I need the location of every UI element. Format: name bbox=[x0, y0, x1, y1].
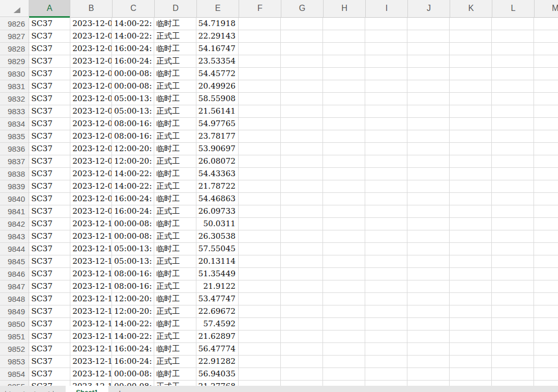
row-header[interactable]: 9850 bbox=[0, 318, 29, 330]
cell-D9838[interactable]: 临时工 bbox=[154, 168, 196, 180]
cell-empty[interactable] bbox=[534, 193, 558, 205]
cell-empty[interactable] bbox=[239, 218, 281, 230]
cell-empty[interactable] bbox=[534, 93, 558, 105]
cell-empty[interactable] bbox=[323, 230, 365, 243]
cell-empty[interactable] bbox=[534, 168, 558, 180]
cell-empty[interactable] bbox=[323, 80, 365, 93]
cell-empty[interactable] bbox=[534, 330, 558, 343]
cell-empty[interactable] bbox=[492, 130, 534, 143]
cell-empty[interactable] bbox=[407, 293, 450, 305]
cell-A9838[interactable]: SC37 bbox=[29, 168, 70, 180]
cell-D9846[interactable]: 临时工 bbox=[154, 268, 196, 280]
cell-empty[interactable] bbox=[365, 230, 407, 243]
cell-empty[interactable] bbox=[534, 43, 558, 55]
cell-empty[interactable] bbox=[365, 130, 407, 143]
cell-empty[interactable] bbox=[407, 243, 450, 255]
cell-C9828[interactable]: 16:00-24: bbox=[112, 43, 154, 55]
cell-E9842[interactable]: 50.0311 bbox=[196, 218, 239, 230]
cell-empty[interactable] bbox=[492, 305, 534, 318]
cell-empty[interactable] bbox=[281, 155, 323, 168]
cell-empty[interactable] bbox=[450, 343, 492, 356]
cell-E9848[interactable]: 53.47747 bbox=[196, 293, 239, 305]
cell-empty[interactable] bbox=[239, 130, 281, 143]
row-header[interactable]: 9839 bbox=[0, 180, 29, 193]
cell-empty[interactable] bbox=[534, 368, 558, 381]
cell-empty[interactable] bbox=[281, 80, 323, 93]
cell-empty[interactable] bbox=[365, 93, 407, 105]
cell-C9835[interactable]: 08:00-16: bbox=[112, 130, 154, 143]
row-header[interactable]: 9834 bbox=[0, 118, 29, 130]
cell-empty[interactable] bbox=[492, 193, 534, 205]
cell-B9827[interactable]: 2023-12-0 bbox=[70, 30, 112, 43]
cell-C9849[interactable]: 12:00-20: bbox=[112, 305, 154, 318]
cell-empty[interactable] bbox=[407, 43, 450, 55]
cell-empty[interactable] bbox=[450, 168, 492, 180]
column-header-M[interactable]: M bbox=[535, 0, 558, 18]
cell-empty[interactable] bbox=[365, 255, 407, 268]
cell-empty[interactable] bbox=[534, 68, 558, 80]
cell-empty[interactable] bbox=[407, 368, 450, 381]
row-header[interactable]: 9843 bbox=[0, 230, 29, 243]
column-header-C[interactable]: C bbox=[113, 0, 155, 18]
cell-A9848[interactable]: SC37 bbox=[29, 293, 70, 305]
row-header[interactable]: 9852 bbox=[0, 343, 29, 356]
cell-empty[interactable] bbox=[492, 318, 534, 330]
cell-empty[interactable] bbox=[281, 368, 323, 381]
cell-A9837[interactable]: SC37 bbox=[29, 155, 70, 168]
cell-empty[interactable] bbox=[365, 168, 407, 180]
cell-B9847[interactable]: 2023-12-1 bbox=[70, 280, 112, 293]
cell-E9829[interactable]: 23.53354 bbox=[196, 55, 239, 68]
cell-A9854[interactable]: SC37 bbox=[29, 368, 70, 381]
column-header-A[interactable]: A bbox=[29, 0, 70, 18]
cell-A9842[interactable]: SC37 bbox=[29, 218, 70, 230]
cell-empty[interactable] bbox=[450, 43, 492, 55]
cell-empty[interactable] bbox=[534, 143, 558, 155]
row-header[interactable]: 9837 bbox=[0, 155, 29, 168]
cell-empty[interactable] bbox=[450, 280, 492, 293]
cell-empty[interactable] bbox=[239, 193, 281, 205]
cell-empty[interactable] bbox=[534, 255, 558, 268]
cell-empty[interactable] bbox=[239, 330, 281, 343]
cell-empty[interactable] bbox=[281, 343, 323, 356]
cell-empty[interactable] bbox=[492, 243, 534, 255]
cell-C9854[interactable]: 00:00-08: bbox=[112, 368, 154, 381]
cell-empty[interactable] bbox=[323, 305, 365, 318]
cell-E9852[interactable]: 56.47774 bbox=[196, 343, 239, 356]
cell-empty[interactable] bbox=[534, 218, 558, 230]
cell-empty[interactable] bbox=[492, 155, 534, 168]
cell-C9843[interactable]: 00:00-08: bbox=[112, 230, 154, 243]
cell-empty[interactable] bbox=[450, 243, 492, 255]
cell-empty[interactable] bbox=[323, 293, 365, 305]
cell-A9835[interactable]: SC37 bbox=[29, 130, 70, 143]
cell-empty[interactable] bbox=[323, 180, 365, 193]
cell-empty[interactable] bbox=[323, 243, 365, 255]
cell-empty[interactable] bbox=[407, 18, 450, 30]
cell-empty[interactable] bbox=[239, 105, 281, 118]
cell-empty[interactable] bbox=[365, 143, 407, 155]
cell-empty[interactable] bbox=[365, 280, 407, 293]
cell-E9851[interactable]: 21.62897 bbox=[196, 330, 239, 343]
cell-empty[interactable] bbox=[450, 143, 492, 155]
row-header[interactable]: 9841 bbox=[0, 205, 29, 218]
cell-empty[interactable] bbox=[281, 268, 323, 280]
cell-empty[interactable] bbox=[534, 205, 558, 218]
cell-E9839[interactable]: 21.78722 bbox=[196, 180, 239, 193]
row-header[interactable]: 9847 bbox=[0, 280, 29, 293]
cell-B9826[interactable]: 2023-12-0 bbox=[70, 18, 112, 30]
cell-B9843[interactable]: 2023-12-1 bbox=[70, 230, 112, 243]
cell-empty[interactable] bbox=[323, 318, 365, 330]
cell-empty[interactable] bbox=[407, 143, 450, 155]
cell-empty[interactable] bbox=[450, 230, 492, 243]
cell-E9850[interactable]: 57.4592 bbox=[196, 318, 239, 330]
cell-B9845[interactable]: 2023-12-1 bbox=[70, 255, 112, 268]
row-header[interactable]: 9849 bbox=[0, 305, 29, 318]
cell-E9838[interactable]: 54.43363 bbox=[196, 168, 239, 180]
cell-empty[interactable] bbox=[323, 18, 365, 30]
cell-empty[interactable] bbox=[534, 155, 558, 168]
cell-D9840[interactable]: 临时工 bbox=[154, 193, 196, 205]
cell-empty[interactable] bbox=[450, 218, 492, 230]
cell-empty[interactable] bbox=[323, 130, 365, 143]
cell-B9830[interactable]: 2023-12-0 bbox=[70, 68, 112, 80]
cell-B9833[interactable]: 2023-12-0 bbox=[70, 105, 112, 118]
cell-empty[interactable] bbox=[534, 130, 558, 143]
